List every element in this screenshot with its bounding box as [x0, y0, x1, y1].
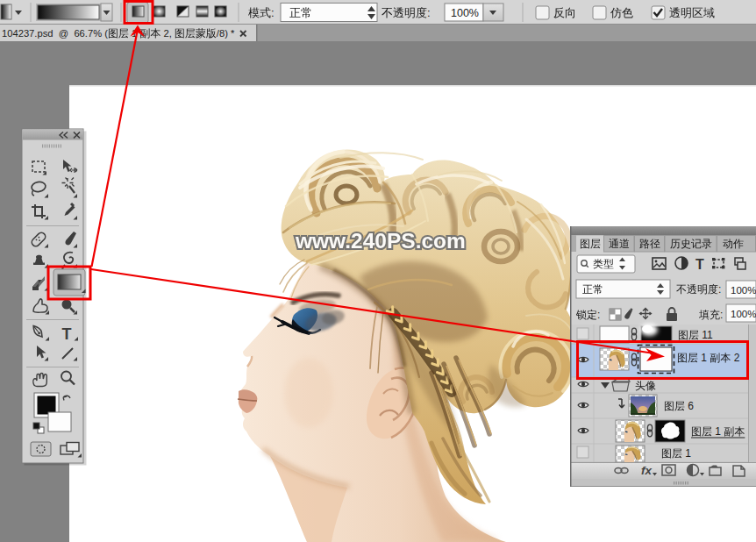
svg-text:www.240PS.com: www.240PS.com [295, 229, 466, 253]
svg-text:2,: 2, [164, 28, 172, 39]
svg-text:1: 1 [685, 447, 691, 460]
svg-text:2: 2 [734, 352, 740, 364]
svg-text:66.7%: 66.7% [74, 28, 102, 39]
svg-text:100%: 100% [731, 309, 756, 319]
svg-text:6: 6 [688, 400, 694, 412]
svg-text:1: 1 [715, 425, 721, 438]
svg-text::: : [720, 309, 723, 321]
svg-text::: : [597, 309, 600, 321]
svg-text:/8): /8) [217, 28, 228, 39]
svg-text:T: T [62, 325, 72, 343]
svg-text:1: 1 [701, 352, 707, 364]
svg-text::: : [718, 283, 721, 296]
svg-text:@: @ [59, 28, 68, 39]
svg-text:100%: 100% [731, 285, 756, 296]
svg-text:T: T [695, 257, 704, 272]
svg-text:(: ( [104, 28, 108, 39]
svg-text::: : [427, 6, 431, 19]
svg-text:*: * [231, 28, 235, 39]
svg-text:11: 11 [702, 329, 713, 341]
svg-text:104237.psd: 104237.psd [2, 28, 53, 39]
svg-text:100%: 100% [451, 7, 479, 19]
svg-text:fx: fx [641, 464, 652, 477]
svg-text::: : [271, 6, 275, 19]
